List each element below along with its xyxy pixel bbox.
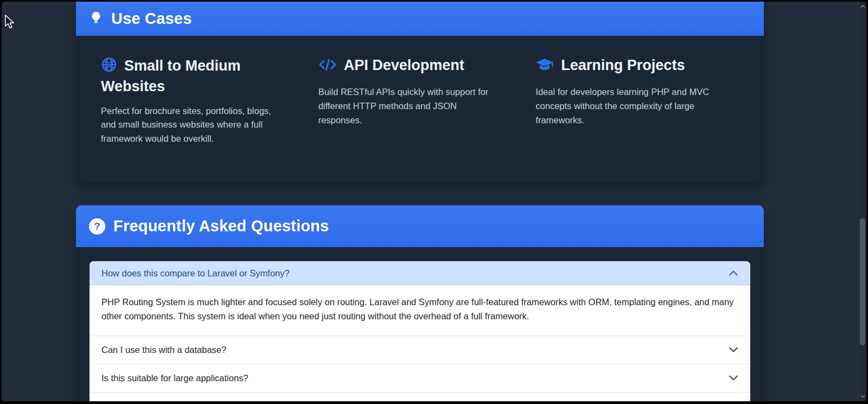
use-case-item-api: API Development Build RESTful APIs quick…	[318, 56, 522, 162]
use-case-description: Build RESTful APIs quickly with support …	[318, 85, 522, 128]
use-cases-title: Use Cases	[111, 10, 192, 28]
faq-question-text: Is this suitable for large applications?	[101, 373, 248, 383]
faq-title: Frequently Asked Questions	[113, 217, 329, 235]
lightbulb-icon	[89, 10, 103, 27]
vertical-scrollbar[interactable]	[858, 2, 866, 401]
faq-question-text: How does this compare to Laravel or Symf…	[101, 268, 290, 279]
code-icon	[318, 57, 337, 77]
faq-question-3-button[interactable]: Is this suitable for large applications?	[90, 364, 750, 392]
use-case-description: Perfect for brochure sites, portfolios, …	[101, 104, 304, 147]
globe-icon	[101, 56, 117, 78]
use-cases-body: Small to Medium Websites Perfect for bro…	[76, 36, 764, 182]
faq-accordion: How does this compare to Laravel or Symf…	[90, 261, 750, 401]
faq-question-4-button[interactable]	[90, 393, 750, 401]
chevron-up-icon	[729, 268, 738, 279]
use-case-description: Ideal for developers learning PHP and MV…	[535, 85, 739, 128]
chevron-down-icon	[729, 345, 738, 355]
use-case-item-learning: Learning Projects Ideal for developers l…	[535, 56, 739, 162]
main-content: Use Cases Small to Medium Websites Perfe…	[76, 2, 764, 401]
faq-question-1-button[interactable]: How does this compare to Laravel or Symf…	[90, 261, 750, 286]
faq-item-1: How does this compare to Laravel or Symf…	[90, 261, 750, 336]
faq-item-3: Is this suitable for large applications?	[90, 364, 750, 392]
faq-item-2: Can I use this with a database?	[90, 336, 750, 364]
faq-item-4-partial	[90, 392, 750, 401]
use-case-title: Small to Medium Websites	[101, 56, 304, 96]
faq-answer-1: PHP Routing System is much lighter and f…	[90, 286, 750, 336]
faq-question-2-button[interactable]: Can I use this with a database?	[90, 336, 750, 364]
use-cases-card: Use Cases Small to Medium Websites Perfe…	[76, 2, 764, 182]
mouse-cursor	[4, 15, 16, 30]
page: Use Cases Small to Medium Websites Perfe…	[2, 2, 866, 401]
use-cases-header: Use Cases	[76, 2, 764, 36]
faq-card: ? Frequently Asked Questions How does th…	[76, 205, 764, 401]
scroll-up-arrow[interactable]	[859, 3, 866, 10]
chevron-down-icon	[729, 373, 738, 383]
scroll-down-arrow[interactable]	[859, 393, 866, 400]
use-case-item-websites: Small to Medium Websites Perfect for bro…	[101, 56, 304, 162]
faq-body: How does this compare to Laravel or Symf…	[76, 247, 764, 401]
question-circle-icon: ?	[89, 218, 105, 235]
scrollbar-thumb[interactable]	[860, 218, 865, 345]
use-case-title: Learning Projects	[535, 56, 739, 77]
graduation-cap-icon	[535, 57, 554, 77]
use-case-title: API Development	[318, 56, 522, 77]
faq-answer-text: PHP Routing System is much lighter and f…	[101, 295, 738, 324]
faq-question-text: Can I use this with a database?	[101, 345, 226, 355]
faq-header: ? Frequently Asked Questions	[76, 205, 764, 247]
